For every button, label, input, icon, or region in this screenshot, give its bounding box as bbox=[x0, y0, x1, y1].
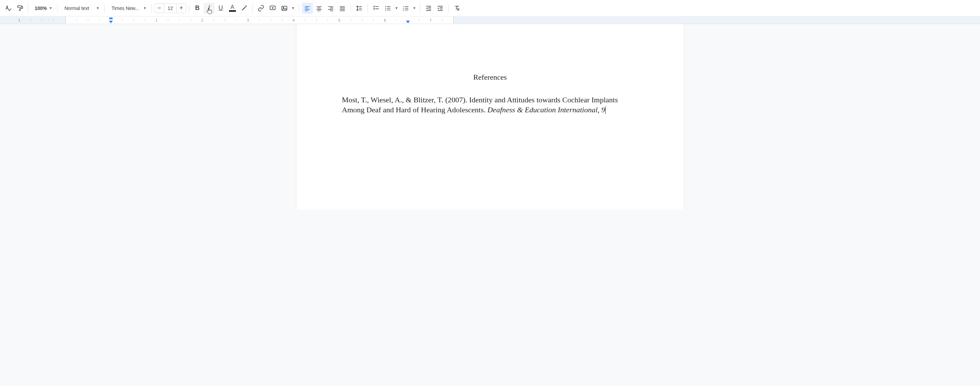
svg-rect-0 bbox=[18, 5, 22, 7]
ruler-minor-tick bbox=[270, 19, 271, 21]
ruler-minor-tick bbox=[236, 19, 237, 21]
ruler-minor-tick bbox=[419, 19, 419, 21]
toolbar-divider bbox=[104, 4, 105, 13]
toolbar-divider bbox=[28, 4, 29, 13]
paragraph-style-select[interactable]: Normal text ▼ bbox=[60, 3, 102, 14]
insert-image-dropdown[interactable]: ▼ bbox=[291, 3, 296, 14]
checklist-button[interactable] bbox=[371, 3, 382, 14]
bulleted-list-button[interactable] bbox=[382, 3, 393, 14]
insert-link-button[interactable] bbox=[256, 3, 266, 14]
ruler-minor-tick bbox=[76, 19, 77, 21]
toolbar-divider bbox=[420, 4, 420, 13]
svg-point-30 bbox=[385, 9, 386, 10]
chevron-down-icon: ▼ bbox=[395, 6, 398, 10]
paint-format-button[interactable] bbox=[14, 3, 25, 14]
minus-icon: − bbox=[157, 5, 161, 12]
indent-first-line-marker[interactable] bbox=[109, 17, 113, 19]
ruler-minor-tick bbox=[145, 19, 145, 21]
line-spacing-button[interactable] bbox=[354, 3, 365, 14]
font-family-value: Times New... bbox=[111, 5, 139, 11]
svg-text:3: 3 bbox=[402, 9, 404, 11]
ruler-label: 4 bbox=[293, 18, 294, 22]
chevron-down-icon: ▼ bbox=[413, 6, 416, 10]
zoom-select[interactable]: 100% ▼ bbox=[31, 3, 55, 14]
link-icon bbox=[258, 5, 264, 12]
zoom-value: 100% bbox=[35, 5, 47, 11]
comment-plus-icon bbox=[269, 5, 276, 12]
toolbar-divider bbox=[449, 4, 449, 13]
ruler-minor-tick bbox=[99, 19, 100, 21]
text-color-icon: A bbox=[231, 5, 234, 10]
ruler-minor-tick bbox=[88, 19, 88, 21]
align-center-button[interactable] bbox=[313, 3, 325, 14]
horizontal-ruler[interactable]: 1 1 2 3 4 5 6 7 bbox=[0, 16, 980, 24]
indent-right-marker[interactable] bbox=[406, 21, 410, 23]
font-size-input[interactable] bbox=[164, 4, 177, 13]
ruler-label: 6 bbox=[384, 18, 386, 22]
text-color-button[interactable]: A bbox=[227, 3, 238, 14]
chevron-down-icon: ▼ bbox=[143, 6, 146, 10]
clear-formatting-button[interactable] bbox=[452, 3, 463, 14]
image-icon bbox=[281, 5, 288, 12]
ruler-minor-tick bbox=[53, 19, 54, 21]
ruler-label: 1 bbox=[18, 18, 20, 22]
svg-rect-1 bbox=[19, 9, 20, 11]
checklist-icon bbox=[372, 5, 379, 12]
decrease-indent-icon bbox=[425, 5, 432, 12]
indent-left-marker[interactable] bbox=[109, 21, 113, 23]
highlighter-icon bbox=[241, 5, 248, 12]
underline-icon: U bbox=[218, 5, 223, 12]
font-family-select[interactable]: Times New... ▼ bbox=[108, 3, 149, 14]
clear-formatting-icon bbox=[453, 5, 460, 12]
bold-icon: B bbox=[195, 5, 199, 12]
decrease-indent-button[interactable] bbox=[423, 3, 434, 14]
bold-button[interactable]: B bbox=[192, 3, 203, 14]
increase-indent-button[interactable] bbox=[435, 3, 446, 14]
ruler-label: 3 bbox=[247, 18, 249, 22]
text-color-swatch bbox=[229, 10, 236, 12]
align-justify-icon bbox=[339, 5, 346, 12]
italic-icon: I bbox=[208, 5, 210, 12]
svg-point-26 bbox=[385, 6, 386, 7]
bulleted-list-dropdown[interactable]: ▼ bbox=[394, 3, 399, 14]
underline-button[interactable]: U bbox=[215, 3, 226, 14]
align-justify-button[interactable] bbox=[337, 3, 348, 14]
toolbar-divider bbox=[189, 4, 189, 13]
spellcheck-button[interactable] bbox=[3, 3, 14, 14]
font-size-increase-button[interactable]: + bbox=[177, 4, 186, 13]
numbered-list-dropdown[interactable]: ▼ bbox=[412, 3, 417, 14]
line-spacing-icon bbox=[356, 5, 363, 12]
ruler-label: 5 bbox=[338, 18, 340, 22]
align-left-button[interactable] bbox=[302, 3, 313, 14]
font-size-decrease-button[interactable]: − bbox=[155, 4, 164, 13]
chevron-down-icon: ▼ bbox=[49, 6, 52, 10]
align-center-icon bbox=[315, 5, 323, 12]
highlight-color-button[interactable] bbox=[239, 3, 250, 14]
ruler-minor-tick bbox=[213, 19, 214, 21]
ruler-minor-tick bbox=[362, 19, 362, 21]
font-size-control: − + bbox=[154, 3, 186, 13]
bulleted-list-icon bbox=[384, 5, 391, 12]
toolbar-divider bbox=[299, 4, 299, 13]
ruler-minor-tick bbox=[191, 19, 191, 21]
chevron-down-icon: ▼ bbox=[96, 6, 100, 10]
align-left-icon bbox=[304, 5, 311, 12]
insert-image-button[interactable] bbox=[279, 3, 290, 14]
paint-roller-icon bbox=[16, 5, 23, 12]
ruler-minor-tick bbox=[30, 19, 31, 21]
spellcheck-icon bbox=[5, 5, 12, 12]
align-right-button[interactable] bbox=[325, 3, 336, 14]
document-page[interactable]: References Most, T., Wiesel, A., & Blitz… bbox=[296, 24, 684, 210]
numbered-list-button[interactable]: 1 2 3 bbox=[400, 3, 411, 14]
italic-button[interactable]: I bbox=[204, 3, 215, 14]
ruler-label: 7 bbox=[430, 18, 432, 22]
ruler-minor-tick bbox=[134, 19, 134, 21]
chevron-down-icon: ▼ bbox=[291, 6, 295, 10]
add-comment-button[interactable] bbox=[267, 3, 278, 14]
ruler-label: 1 bbox=[156, 18, 158, 22]
ruler-minor-tick bbox=[168, 19, 168, 21]
ruler-minor-tick bbox=[442, 19, 442, 21]
align-right-icon bbox=[327, 5, 334, 12]
ruler-minor-tick bbox=[122, 19, 123, 21]
toolbar-divider bbox=[252, 4, 253, 13]
